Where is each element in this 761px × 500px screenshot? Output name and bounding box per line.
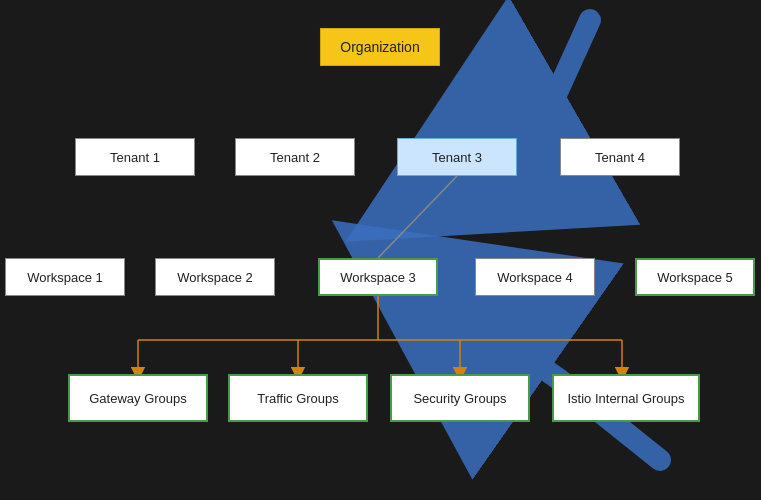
workspace-3-label: Workspace 3 — [340, 270, 416, 285]
workspace-4-label: Workspace 4 — [497, 270, 573, 285]
workspace-5-label: Workspace 5 — [657, 270, 733, 285]
istio-groups-label: Istio Internal Groups — [567, 391, 684, 406]
arrows-svg — [0, 0, 761, 500]
traffic-groups-label: Traffic Groups — [257, 391, 339, 406]
tenant-3-box[interactable]: Tenant 3 — [397, 138, 517, 176]
workspace-4-box[interactable]: Workspace 4 — [475, 258, 595, 296]
org-label: Organization — [340, 39, 419, 55]
org-box: Organization — [320, 28, 440, 66]
workspace-2-box[interactable]: Workspace 2 — [155, 258, 275, 296]
workspace-5-box[interactable]: Workspace 5 — [635, 258, 755, 296]
tenant-1-box[interactable]: Tenant 1 — [75, 138, 195, 176]
workspace-1-box[interactable]: Workspace 1 — [5, 258, 125, 296]
tenant-3-label: Tenant 3 — [432, 150, 482, 165]
tenant-4-label: Tenant 4 — [595, 150, 645, 165]
tenant-1-label: Tenant 1 — [110, 150, 160, 165]
gateway-groups-label: Gateway Groups — [89, 391, 187, 406]
tenant-4-box[interactable]: Tenant 4 — [560, 138, 680, 176]
tenant-2-label: Tenant 2 — [270, 150, 320, 165]
traffic-groups-box[interactable]: Traffic Groups — [228, 374, 368, 422]
workspace-1-label: Workspace 1 — [27, 270, 103, 285]
security-groups-label: Security Groups — [413, 391, 506, 406]
diagram: Organization Tenant 1 Tenant 2 Tenant 3 … — [0, 0, 761, 500]
istio-groups-box[interactable]: Istio Internal Groups — [552, 374, 700, 422]
workspace-2-label: Workspace 2 — [177, 270, 253, 285]
security-groups-box[interactable]: Security Groups — [390, 374, 530, 422]
tenant3-to-workspace3 — [378, 176, 457, 258]
workspace-3-box[interactable]: Workspace 3 — [318, 258, 438, 296]
gateway-groups-box[interactable]: Gateway Groups — [68, 374, 208, 422]
tenant-2-box[interactable]: Tenant 2 — [235, 138, 355, 176]
